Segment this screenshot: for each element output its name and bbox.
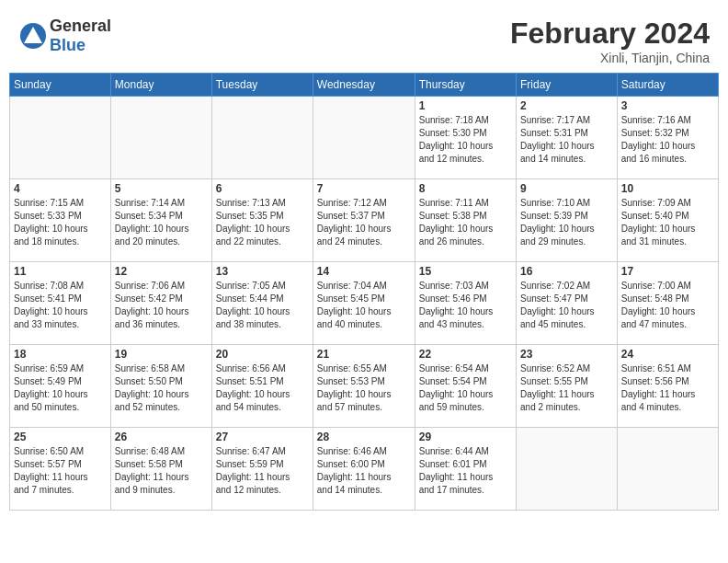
day-number: 11: [14, 265, 107, 278]
day-number: 29: [419, 431, 512, 443]
day-number: 19: [115, 348, 208, 361]
calendar-week-1: 1Sunrise: 7:18 AM Sunset: 5:30 PM Daylig…: [10, 97, 719, 179]
calendar-cell: 1Sunrise: 7:18 AM Sunset: 5:30 PM Daylig…: [415, 97, 516, 179]
day-number: 27: [216, 431, 309, 443]
day-number: 24: [621, 348, 714, 361]
day-number: 17: [621, 265, 714, 278]
calendar-cell: [517, 428, 618, 511]
calendar-cell: 27Sunrise: 6:47 AM Sunset: 5:59 PM Dayli…: [211, 428, 313, 511]
calendar-cell: 8Sunrise: 7:11 AM Sunset: 5:38 PM Daylig…: [415, 179, 516, 262]
calendar-week-3: 11Sunrise: 7:08 AM Sunset: 5:41 PM Dayli…: [10, 262, 719, 345]
calendar-week-5: 25Sunrise: 6:50 AM Sunset: 5:57 PM Dayli…: [10, 428, 719, 511]
calendar-cell: 12Sunrise: 7:06 AM Sunset: 5:42 PM Dayli…: [110, 262, 211, 345]
cell-daylight-info: Sunrise: 7:00 AM Sunset: 5:48 PM Dayligh…: [621, 280, 714, 331]
cell-daylight-info: Sunrise: 6:59 AM Sunset: 5:49 PM Dayligh…: [14, 362, 107, 414]
day-number: 22: [419, 348, 512, 361]
day-number: 1: [419, 99, 512, 112]
month-title: February 2024: [510, 17, 710, 51]
day-number: 16: [520, 265, 613, 278]
cell-daylight-info: Sunrise: 7:10 AM Sunset: 5:39 PM Dayligh…: [520, 197, 613, 248]
cell-daylight-info: Sunrise: 7:17 AM Sunset: 5:31 PM Dayligh…: [520, 114, 613, 166]
calendar-cell: 26Sunrise: 6:48 AM Sunset: 5:58 PM Dayli…: [110, 428, 211, 511]
weekday-header-wednesday: Wednesday: [313, 74, 415, 97]
day-number: 12: [115, 265, 208, 278]
day-number: 28: [317, 431, 411, 443]
weekday-header-friday: Friday: [517, 74, 618, 97]
calendar-cell: [211, 97, 313, 179]
cell-daylight-info: Sunrise: 7:16 AM Sunset: 5:32 PM Dayligh…: [621, 114, 714, 166]
location: Xinli, Tianjin, China: [510, 51, 710, 65]
cell-daylight-info: Sunrise: 7:14 AM Sunset: 5:34 PM Dayligh…: [115, 197, 208, 248]
cell-daylight-info: Sunrise: 6:55 AM Sunset: 5:53 PM Dayligh…: [317, 362, 411, 414]
cell-daylight-info: Sunrise: 6:54 AM Sunset: 5:54 PM Dayligh…: [419, 362, 512, 414]
logo-icon: [18, 21, 48, 51]
cell-daylight-info: Sunrise: 7:12 AM Sunset: 5:37 PM Dayligh…: [317, 197, 411, 248]
cell-daylight-info: Sunrise: 7:05 AM Sunset: 5:44 PM Dayligh…: [216, 280, 309, 331]
cell-daylight-info: Sunrise: 7:15 AM Sunset: 5:33 PM Dayligh…: [14, 197, 107, 248]
calendar-week-4: 18Sunrise: 6:59 AM Sunset: 5:49 PM Dayli…: [10, 345, 719, 428]
cell-daylight-info: Sunrise: 6:51 AM Sunset: 5:56 PM Dayligh…: [621, 362, 714, 414]
day-number: 9: [520, 182, 613, 195]
cell-daylight-info: Sunrise: 7:18 AM Sunset: 5:30 PM Dayligh…: [419, 114, 512, 166]
day-number: 20: [216, 348, 309, 361]
calendar-week-2: 4Sunrise: 7:15 AM Sunset: 5:33 PM Daylig…: [10, 179, 719, 262]
calendar-cell: 15Sunrise: 7:03 AM Sunset: 5:46 PM Dayli…: [415, 262, 516, 345]
weekday-header-saturday: Saturday: [617, 74, 718, 97]
day-number: 7: [317, 182, 411, 195]
calendar-cell: 23Sunrise: 6:52 AM Sunset: 5:55 PM Dayli…: [517, 345, 618, 428]
page-header: General Blue February 2024 Xinli, Tianji…: [9, 9, 719, 69]
weekday-header-thursday: Thursday: [415, 74, 516, 97]
cell-daylight-info: Sunrise: 7:03 AM Sunset: 5:46 PM Dayligh…: [419, 280, 512, 331]
day-number: 5: [115, 182, 208, 195]
day-number: 18: [14, 348, 107, 361]
cell-daylight-info: Sunrise: 7:13 AM Sunset: 5:35 PM Dayligh…: [216, 197, 309, 248]
calendar-cell: 18Sunrise: 6:59 AM Sunset: 5:49 PM Dayli…: [10, 345, 111, 428]
cell-daylight-info: Sunrise: 7:09 AM Sunset: 5:40 PM Dayligh…: [621, 197, 714, 248]
cell-daylight-info: Sunrise: 6:58 AM Sunset: 5:50 PM Dayligh…: [115, 362, 208, 414]
cell-daylight-info: Sunrise: 6:46 AM Sunset: 6:00 PM Dayligh…: [317, 445, 411, 497]
calendar-cell: 24Sunrise: 6:51 AM Sunset: 5:56 PM Dayli…: [617, 345, 718, 428]
cell-daylight-info: Sunrise: 7:02 AM Sunset: 5:47 PM Dayligh…: [520, 280, 613, 331]
cell-daylight-info: Sunrise: 7:04 AM Sunset: 5:45 PM Dayligh…: [317, 280, 411, 331]
logo-blue: Blue: [50, 36, 85, 54]
calendar-cell: 3Sunrise: 7:16 AM Sunset: 5:32 PM Daylig…: [617, 97, 718, 179]
title-block: February 2024 Xinli, Tianjin, China: [510, 17, 710, 65]
cell-daylight-info: Sunrise: 7:11 AM Sunset: 5:38 PM Dayligh…: [419, 197, 512, 248]
calendar-cell: 14Sunrise: 7:04 AM Sunset: 5:45 PM Dayli…: [313, 262, 415, 345]
calendar-cell: 9Sunrise: 7:10 AM Sunset: 5:39 PM Daylig…: [517, 179, 618, 262]
day-number: 2: [520, 99, 613, 112]
calendar-cell: 16Sunrise: 7:02 AM Sunset: 5:47 PM Dayli…: [517, 262, 618, 345]
calendar-cell: 28Sunrise: 6:46 AM Sunset: 6:00 PM Dayli…: [313, 428, 415, 511]
calendar-cell: 2Sunrise: 7:17 AM Sunset: 5:31 PM Daylig…: [517, 97, 618, 179]
day-number: 8: [419, 182, 512, 195]
logo-general: General: [50, 17, 111, 35]
calendar-cell: 7Sunrise: 7:12 AM Sunset: 5:37 PM Daylig…: [313, 179, 415, 262]
calendar-cell: 11Sunrise: 7:08 AM Sunset: 5:41 PM Dayli…: [10, 262, 111, 345]
calendar-cell: 5Sunrise: 7:14 AM Sunset: 5:34 PM Daylig…: [110, 179, 211, 262]
day-number: 4: [14, 182, 107, 195]
cell-daylight-info: Sunrise: 6:56 AM Sunset: 5:51 PM Dayligh…: [216, 362, 309, 414]
calendar-cell: 6Sunrise: 7:13 AM Sunset: 5:35 PM Daylig…: [211, 179, 313, 262]
calendar-cell: 10Sunrise: 7:09 AM Sunset: 5:40 PM Dayli…: [617, 179, 718, 262]
cell-daylight-info: Sunrise: 6:44 AM Sunset: 6:01 PM Dayligh…: [419, 445, 512, 497]
calendar-cell: 29Sunrise: 6:44 AM Sunset: 6:01 PM Dayli…: [415, 428, 516, 511]
weekday-header-row: SundayMondayTuesdayWednesdayThursdayFrid…: [10, 74, 719, 97]
calendar-cell: 4Sunrise: 7:15 AM Sunset: 5:33 PM Daylig…: [10, 179, 111, 262]
calendar-body: 1Sunrise: 7:18 AM Sunset: 5:30 PM Daylig…: [10, 97, 719, 511]
calendar-cell: 21Sunrise: 6:55 AM Sunset: 5:53 PM Dayli…: [313, 345, 415, 428]
weekday-header-tuesday: Tuesday: [211, 74, 313, 97]
day-number: 23: [520, 348, 613, 361]
calendar-cell: [313, 97, 415, 179]
weekday-header-monday: Monday: [110, 74, 211, 97]
calendar-cell: 22Sunrise: 6:54 AM Sunset: 5:54 PM Dayli…: [415, 345, 516, 428]
day-number: 10: [621, 182, 714, 195]
cell-daylight-info: Sunrise: 7:08 AM Sunset: 5:41 PM Dayligh…: [14, 280, 107, 331]
cell-daylight-info: Sunrise: 6:52 AM Sunset: 5:55 PM Dayligh…: [520, 362, 613, 414]
calendar-cell: 17Sunrise: 7:00 AM Sunset: 5:48 PM Dayli…: [617, 262, 718, 345]
calendar-cell: 13Sunrise: 7:05 AM Sunset: 5:44 PM Dayli…: [211, 262, 313, 345]
day-number: 13: [216, 265, 309, 278]
logo: General Blue: [18, 17, 111, 55]
day-number: 14: [317, 265, 411, 278]
calendar-cell: 19Sunrise: 6:58 AM Sunset: 5:50 PM Dayli…: [110, 345, 211, 428]
day-number: 6: [216, 182, 309, 195]
